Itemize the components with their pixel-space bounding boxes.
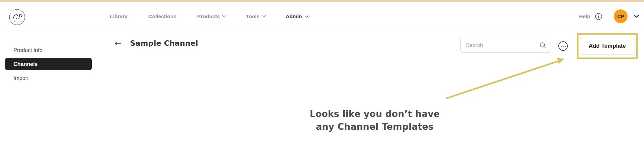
sidebar-item-import[interactable]: Import bbox=[13, 75, 29, 81]
ellipsis-icon bbox=[561, 46, 562, 47]
ellipsis-icon bbox=[563, 46, 564, 47]
app-header: CP Library Collections Products Tools Ad… bbox=[0, 2, 644, 31]
page-title: Sample Channel bbox=[130, 39, 198, 47]
add-template-button[interactable]: Add Template bbox=[580, 38, 635, 54]
search-icon[interactable] bbox=[539, 42, 547, 50]
sidebar-item-channels[interactable]: Channels bbox=[5, 58, 92, 70]
user-avatar[interactable]: CP bbox=[614, 9, 628, 23]
nav-item-products[interactable]: Products bbox=[197, 13, 225, 19]
chevron-down-icon bbox=[262, 13, 266, 18]
nav-label: Admin bbox=[286, 13, 302, 19]
nav-item-admin[interactable]: Admin bbox=[286, 13, 307, 19]
chevron-down-icon bbox=[222, 13, 227, 18]
nav-label: Tools bbox=[246, 13, 259, 19]
nav-item-collections[interactable]: Collections bbox=[148, 13, 177, 19]
info-icon[interactable] bbox=[595, 13, 602, 20]
nav-label: Products bbox=[197, 13, 220, 19]
ellipsis-icon bbox=[565, 46, 566, 47]
search-box bbox=[460, 38, 551, 53]
back-button[interactable]: ← bbox=[113, 38, 123, 48]
chevron-down-icon bbox=[304, 13, 309, 18]
nav-label: Library bbox=[110, 13, 128, 19]
search-input[interactable] bbox=[461, 38, 551, 52]
nav-item-library[interactable]: Library bbox=[110, 13, 128, 19]
primary-nav: Library Collections Products Tools Admin bbox=[110, 2, 307, 31]
cp-logo-icon: CP bbox=[9, 9, 26, 26]
empty-state-line2: any Channel Templates bbox=[290, 120, 460, 133]
more-options-button[interactable] bbox=[558, 41, 568, 51]
tutorial-highlight-box: Add Template bbox=[577, 33, 638, 59]
nav-label: Collections bbox=[148, 13, 177, 19]
account-chevron-down-icon[interactable] bbox=[634, 13, 639, 18]
sidebar-item-product-info[interactable]: Product Info bbox=[13, 47, 42, 53]
empty-state-message: Looks like you don’t have any Channel Te… bbox=[290, 108, 460, 133]
sidebar-item-label: Channels bbox=[13, 61, 38, 67]
cp-logo[interactable]: CP bbox=[9, 9, 26, 26]
svg-text:CP: CP bbox=[12, 13, 23, 21]
help-link[interactable]: Help bbox=[579, 13, 590, 19]
header-right-group: Help CP bbox=[579, 2, 637, 31]
empty-state-line1: Looks like you don’t have bbox=[290, 108, 460, 120]
nav-item-tools[interactable]: Tools bbox=[246, 13, 265, 19]
